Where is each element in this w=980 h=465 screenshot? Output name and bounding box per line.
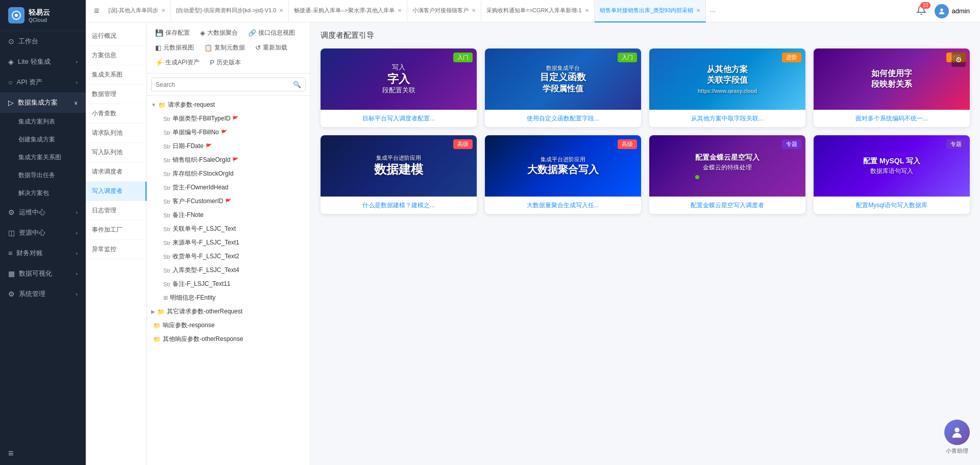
nav-event-factory[interactable]: 事件加工厂 [86, 221, 146, 240]
topbar: ≡ [误]-其他入库单同步 ✕ [自动爱型]-供应商资料同步[kd->jst]-… [86, 0, 980, 22]
tree-note2-label: 备注-F_LSJC_Text11 [173, 280, 230, 288]
topbar-tab-2[interactable]: [自动爱型]-供应商资料同步[kd->jst]-V1.0 ✕ [171, 0, 289, 22]
search-input[interactable] [156, 81, 293, 88]
tab3-label: 畅捷通-采购入库单-->聚水潭-其他入库单 [294, 7, 395, 14]
history-btn[interactable]: P 历史版本 [206, 56, 245, 69]
guide-card-6[interactable]: 高级 集成平台进阶应用 大数据聚合写入 大数据量聚合生成写入任... [485, 135, 641, 214]
big-data-label: 大数据聚合 [207, 29, 238, 37]
sidebar-item-resources[interactable]: ◫ 资源中心 › [0, 223, 86, 243]
topbar-tab-1[interactable]: [误]-其他入库单同步 ✕ [104, 0, 172, 22]
sidebar-item-api[interactable]: ○ API 资产 › [0, 72, 86, 92]
tree-other-req[interactable]: ▶ 📁 其它请求参数-otherRequest [147, 305, 310, 319]
sidebar-sub-solution-relation[interactable]: 集成方案关系图 [0, 149, 86, 166]
ops-icon: ⚙ [8, 208, 15, 216]
topbar-more-tabs[interactable]: ··· [706, 7, 720, 15]
guide-card-4[interactable]: 进阶 ⚙ 如何使用字 段映射关系 面对多个系统编码不统一... [814, 48, 970, 127]
meta-view-btn[interactable]: ◧ 元数据视图 [151, 41, 198, 54]
reload-btn[interactable]: ↺ 重新加载 [251, 41, 291, 54]
tree-sale-org[interactable]: Str 销售组织-FSaleOrgId 🚩 [147, 153, 310, 167]
guide-card-3[interactable]: 进阶 从其他方案 关联字段值 https://www.qeasy.cloud 从… [649, 48, 805, 127]
nav-exception-monitor[interactable]: 异常监控 [86, 240, 146, 259]
nav-write-queue[interactable]: 写入队列池 [86, 143, 146, 162]
big-data-btn[interactable]: ◈ 大数据聚合 [196, 27, 242, 39]
history-label: 历史版本 [216, 58, 241, 67]
sidebar-item-dataviz[interactable]: ▦ 数据可视化 › [0, 263, 86, 284]
sidebar-sub-solution-package[interactable]: 解决方案包 [0, 184, 86, 202]
sidebar-item-ops[interactable]: ⚙ 运维中心 › [0, 202, 86, 223]
tree-note[interactable]: Str 备注-FNote [147, 208, 310, 222]
assistant-label: 小青助理 [944, 447, 970, 455]
guide-settings-icon[interactable]: ⚙ [951, 53, 966, 67]
save-config-icon: 💾 [155, 29, 163, 37]
nav-req-scheduler[interactable]: 请求调度者 [86, 162, 146, 182]
notification-bell[interactable]: 10 [916, 5, 926, 17]
guide-card-2[interactable]: 入门 数据集成平台 目定义函数 学段属性值 使用自定义函数配置字段... [485, 48, 641, 127]
nav-integration-view[interactable]: 集成关系图 [86, 65, 146, 85]
tab6-close[interactable]: ✕ [696, 8, 700, 13]
nav-req-queue[interactable]: 请求队列池 [86, 124, 146, 143]
sidebar-item-workbench[interactable]: ⊙ 工作台 [0, 31, 86, 52]
tree-stock-org[interactable]: Str 库存组织-FStockOrgId [147, 167, 310, 181]
flag-icon: 🚩 [221, 130, 227, 135]
guide-grid: 入门 写入 字入 段配置关联 目标平台写入调度者配置... 入门 [310, 44, 980, 218]
nav-overview[interactable]: 运行概况 [86, 27, 146, 46]
guide-card-5[interactable]: 高级 集成平台进阶应用 数据建模 什么是数据建模？建模之... [321, 135, 477, 214]
topbar-menu-icon[interactable]: ≡ [90, 6, 104, 16]
topbar-tab-3[interactable]: 畅捷通-采购入库单-->聚水潭-其他入库单 ✕ [289, 0, 407, 22]
tree-detail-info[interactable]: ⊞ 明细信息-FEntity [147, 291, 310, 305]
tab4-label: 小满客户对接领猫客户 [412, 7, 469, 14]
nav-xiaoqing[interactable]: 小青查数 [86, 104, 146, 124]
tab3-close[interactable]: ✕ [398, 8, 402, 13]
tab4-close[interactable]: ✕ [472, 8, 476, 13]
tree-receipt-no[interactable]: Str 收货单号-F_LSJC_Text2 [147, 250, 310, 263]
sidebar-item-lite[interactable]: ◈ Lite 轻集成 › [0, 52, 86, 72]
guide-card-8[interactable]: 专题 配置 MySQL 写入 数据库语句写入 配置Mysql语句写入数据库 [814, 135, 970, 214]
tree-customer[interactable]: Str 客户-FCustomerID 🚩 [147, 194, 310, 208]
field-type-icon: Str [163, 171, 170, 177]
nav-log-manage[interactable]: 日志管理 [86, 201, 146, 221]
sidebar-sub-data-export[interactable]: 数据导出任务 [0, 166, 86, 184]
save-config-btn[interactable]: 💾 保存配置 [151, 27, 194, 39]
finance-icon: ≡ [8, 249, 12, 257]
tree-owner[interactable]: Str 货主-FOwnerIdHead [147, 181, 310, 194]
floating-assistant[interactable]: 小青助理 [944, 420, 970, 455]
tab5-close[interactable]: ✕ [585, 8, 589, 13]
tree-bill-type[interactable]: Str 单据类型-FBillTypeID 🚩 [147, 112, 310, 126]
tree-bill-no[interactable]: Str 单据编号-FBillNo 🚩 [147, 126, 310, 139]
gen-api-btn[interactable]: ⚡ 生成API资产 [151, 56, 204, 69]
logo-icon [8, 7, 24, 23]
tree-note2[interactable]: Str 备注-F_LSJC_Text11 [147, 277, 310, 291]
sidebar-bottom-toggle[interactable]: ≡ [0, 442, 86, 465]
guide-card-7-overlay: 配置金蝶云星空写入 金蝶云的特殊处理 [695, 153, 760, 179]
tree-bill-no-label: 单据编号-FBillNo [173, 128, 219, 137]
sidebar-sub-solution-list[interactable]: 集成方案列表 [0, 113, 86, 131]
sidebar-item-finance[interactable]: ≡ 财务对账 › [0, 243, 86, 263]
sidebar-item-sysadmin[interactable]: ⚙ 系统管理 › [0, 284, 86, 304]
topbar-tab-6[interactable]: 销售单对接销售出库_类型93内部采销 ✕ [595, 0, 706, 22]
tree-response[interactable]: 📁 响应参数-response [147, 319, 310, 332]
folder-icon: 📁 [158, 102, 166, 109]
interface-view-btn[interactable]: 🔗 接口信息视图 [244, 27, 299, 39]
tree-req-params[interactable]: ▼ 📁 请求参数-request [147, 98, 310, 112]
tab1-close[interactable]: ✕ [161, 8, 165, 13]
tree-stock-type[interactable]: Str 入库类型-F_LSJC_Text4 [147, 263, 310, 277]
topbar-tab-4[interactable]: 小满客户对接领猫客户 ✕ [407, 0, 481, 22]
tree-source-no[interactable]: Str 来源单号-F_LSJC_Text1 [147, 236, 310, 250]
copy-meta-btn[interactable]: 📋 复制元数据 [200, 41, 249, 54]
nav-write-scheduler[interactable]: 写入调度者 [86, 182, 146, 201]
sidebar-sub-create-solution[interactable]: 创建集成方案 [0, 131, 86, 149]
tree-date[interactable]: Str 日期-FDate 🚩 [147, 139, 310, 153]
tree-link-order[interactable]: Str 关联单号-F_LSJC_Text [147, 222, 310, 236]
tree-other-response[interactable]: 📁 其他响应参数-otherResponse [147, 332, 310, 346]
tab2-close[interactable]: ✕ [279, 8, 283, 13]
guide-card-6-overlay: 集成平台进阶应用 大数据聚合写入 [527, 156, 599, 176]
nav-solution-info[interactable]: 方案信息 [86, 46, 146, 65]
topbar-user[interactable]: admin [935, 4, 970, 18]
guide-card-7[interactable]: 专题 配置金蝶云星空写入 金蝶云的特殊处理 配置金蝶云星空写入调度者 [649, 135, 805, 214]
svg-point-1 [15, 14, 18, 17]
guide-card-1[interactable]: 入门 写入 字入 段配置关联 目标平台写入调度者配置... [321, 48, 477, 127]
topbar-tab-5[interactable]: 采购收料通知单=>CGRK入库单新增-1 ✕ [481, 0, 594, 22]
tree-link-order-label: 关联单号-F_LSJC_Text [173, 225, 236, 233]
sidebar-item-data-integration[interactable]: ▷ 数据集成方案 ∨ [0, 92, 86, 113]
nav-data-manage[interactable]: 数据管理 [86, 85, 146, 104]
